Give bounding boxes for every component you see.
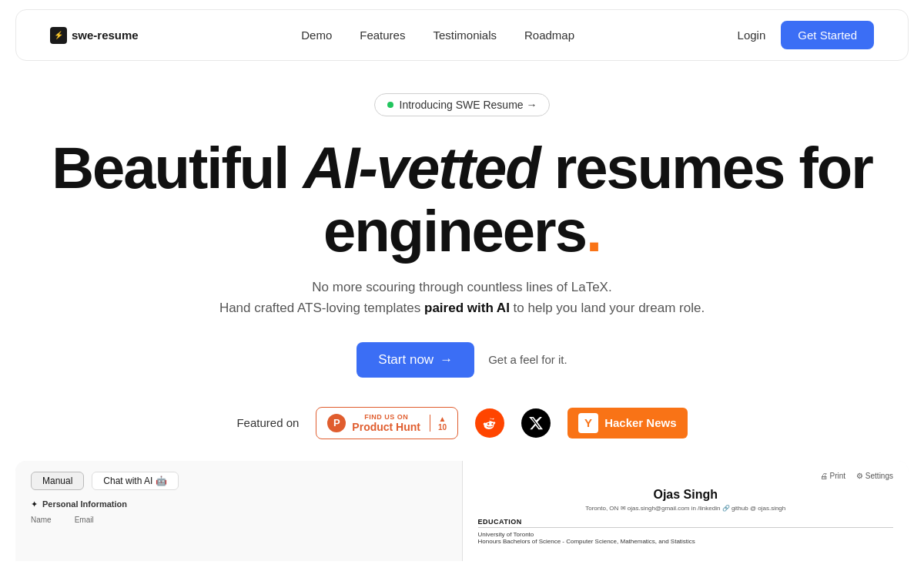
ph-upvote-arrow: ▲: [439, 415, 447, 423]
personal-info-label: Personal Information: [42, 499, 127, 509]
start-now-button[interactable]: Start now →: [357, 342, 474, 378]
reddit-icon[interactable]: [475, 408, 504, 438]
hacker-news-name: Hacker News: [604, 416, 676, 429]
email-field-label: Email: [75, 516, 94, 524]
edu-school: University of Toronto: [478, 531, 894, 538]
nav-features[interactable]: Features: [360, 29, 405, 42]
green-dot-icon: [387, 102, 393, 108]
print-label: 🖨 Print: [820, 472, 845, 480]
title-dot: .: [586, 198, 601, 264]
hero-section: Introducing SWE Resume → Beautiful AI-ve…: [0, 70, 924, 439]
edu-section-title: Education: [478, 518, 894, 528]
title-italic: AI-vetted: [303, 135, 539, 200]
manual-tab[interactable]: Manual: [31, 472, 84, 490]
login-button[interactable]: Login: [738, 29, 766, 42]
featured-on-label: Featured on: [236, 416, 299, 429]
cta-row: Start now → Get a feel for it.: [15, 342, 909, 378]
preview-left-panel: Manual Chat with AI 🤖 ✦ Personal Informa…: [15, 461, 463, 561]
get-feel-text: Get a feel for it.: [488, 353, 567, 366]
x-twitter-icon[interactable]: [521, 408, 551, 438]
nav-roadmap[interactable]: Roadmap: [524, 29, 574, 42]
nav-links: Demo Features Testimonials Roadmap: [301, 29, 574, 42]
ph-find-on-label: FIND US ON: [352, 413, 420, 421]
subtitle-line2-before: Hand crafted ATS-loving templates: [219, 301, 424, 315]
subtitle-line2-after: to help you land your dream role.: [510, 301, 705, 315]
nav-demo[interactable]: Demo: [301, 29, 332, 42]
hero-title: Beautiful AI-vetted resumes for engineer…: [15, 136, 909, 263]
ai-chat-tab-label: Chat with AI 🤖: [103, 476, 166, 486]
hacker-news-badge[interactable]: Y Hacker News: [567, 408, 687, 439]
section-icon: ✦: [31, 499, 38, 509]
navbar: ⚡ swe-resume Demo Features Testimonials …: [15, 9, 909, 61]
product-hunt-text-block: FIND US ON Product Hunt: [352, 413, 420, 433]
preview-right-panel: 🖨 Print ⚙ Settings Ojas Singh Toronto, O…: [463, 461, 909, 561]
logo[interactable]: ⚡ swe-resume: [50, 27, 139, 44]
product-hunt-badge[interactable]: P FIND US ON Product Hunt ▲ 10: [316, 407, 458, 439]
name-field-label: Name: [31, 516, 52, 524]
featured-on-section: Featured on P FIND US ON Product Hunt ▲ …: [15, 407, 909, 439]
manual-tab-label: Manual: [42, 476, 72, 486]
nav-testimonials[interactable]: Testimonials: [433, 29, 497, 42]
introducing-badge[interactable]: Introducing SWE Resume →: [374, 93, 551, 116]
ai-chat-tab[interactable]: Chat with AI 🤖: [92, 472, 178, 490]
hn-y-letter: Y: [584, 416, 592, 429]
title-part1: Beautiful: [52, 135, 303, 200]
start-now-arrow: →: [440, 352, 453, 368]
personal-info-section: ✦ Personal Information: [31, 499, 447, 509]
print-button[interactable]: 🖨 Print: [820, 472, 845, 480]
subtitle-line1: No more scouring through countless lines…: [312, 280, 611, 294]
ph-product-hunt-name: Product Hunt: [352, 421, 420, 433]
settings-label: ⚙ Settings: [856, 472, 893, 480]
settings-button[interactable]: ⚙ Settings: [856, 472, 893, 480]
hero-subtitle: No more scouring through countless lines…: [15, 277, 909, 318]
logo-icon: ⚡: [50, 27, 67, 44]
resume-contact: Toronto, ON ✉ ojas.singh@gmail.com in /l…: [478, 505, 894, 512]
logo-text: swe-resume: [72, 29, 139, 42]
preview-tabs: Manual Chat with AI 🤖: [31, 472, 447, 490]
hacker-news-y-icon: Y: [578, 413, 598, 433]
get-started-button[interactable]: Get Started: [781, 21, 874, 49]
form-row: Name Email: [31, 516, 447, 524]
resume-name: Ojas Singh: [478, 488, 894, 502]
ph-upvote-count: 10: [438, 423, 447, 432]
start-now-label: Start now: [378, 352, 434, 368]
edu-degree: Honours Bachelors of Science - Computer …: [478, 538, 894, 545]
nav-right: Login Get Started: [738, 21, 874, 49]
ph-upvote-block: ▲ 10: [430, 415, 447, 432]
preview-topbar: 🖨 Print ⚙ Settings: [478, 472, 894, 480]
preview-section: Manual Chat with AI 🤖 ✦ Personal Informa…: [15, 461, 909, 561]
badge-text: Introducing SWE Resume →: [400, 99, 537, 111]
subtitle-bold: paired with AI: [424, 301, 510, 315]
product-hunt-icon: P: [327, 414, 346, 432]
